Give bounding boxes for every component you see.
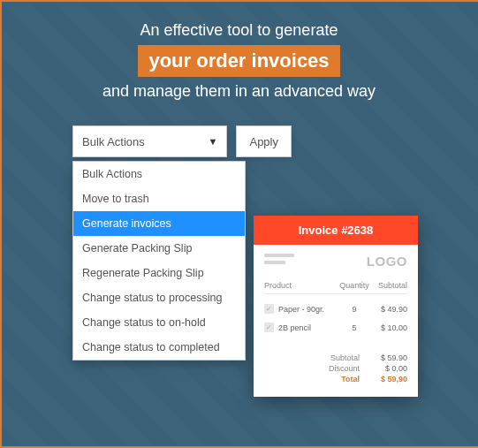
dropdown-item[interactable]: Change status to completed: [73, 335, 245, 360]
dropdown-item[interactable]: Move to trash: [73, 186, 245, 211]
col-quantity-label: Quantity: [338, 281, 370, 290]
subtotal-label: Subtotal: [330, 353, 360, 362]
cell-qty: 5: [338, 323, 370, 332]
cell-qty: 9: [338, 305, 370, 314]
subtotal-value: $ 59.90: [370, 353, 407, 362]
bulk-top-row: Bulk Actions ▼ Apply: [72, 125, 292, 157]
cell-subtotal: $ 10.00: [370, 323, 407, 332]
total-label: Total: [341, 375, 360, 383]
dropdown-item[interactable]: Change status to on-hold: [73, 310, 245, 335]
apply-button[interactable]: Apply: [236, 125, 292, 157]
bulk-actions-select[interactable]: Bulk Actions ▼: [72, 125, 227, 157]
dropdown-item[interactable]: Generate Packing Slip: [73, 236, 245, 261]
headline: An effective tool to generate your order…: [0, 0, 478, 101]
bulk-actions-panel: Bulk Actions ▼ Apply Bulk ActionsMove to…: [72, 125, 292, 361]
total-row: Total $ 59,90: [264, 374, 407, 384]
dropdown-item[interactable]: Bulk Actions: [73, 162, 245, 186]
dropdown-item[interactable]: Change status to processing: [73, 285, 245, 310]
discount-value: $ 0,00: [370, 364, 407, 373]
headline-line3: and manage them in an advanced way: [0, 82, 478, 101]
col-subtotal-label: Subtotal: [370, 281, 407, 290]
invoice-logo: LOGO: [367, 254, 407, 269]
headline-line1: An effective tool to generate: [0, 21, 478, 40]
total-value: $ 59,90: [370, 375, 407, 383]
bulk-actions-dropdown: Bulk ActionsMove to trashGenerate invoic…: [72, 161, 246, 361]
discount-label: Discount: [329, 364, 360, 373]
headline-highlight: your order invoices: [138, 45, 339, 77]
dropdown-item[interactable]: Generate invoices: [73, 211, 245, 236]
bulk-selected-label: Bulk Actions: [82, 135, 145, 148]
dropdown-item[interactable]: Regenerate Packing Slip: [73, 261, 245, 285]
chevron-down-icon: ▼: [209, 136, 218, 147]
discount-row: Discount $ 0,00: [264, 363, 407, 374]
cell-subtotal: $ 49.90: [370, 305, 407, 314]
